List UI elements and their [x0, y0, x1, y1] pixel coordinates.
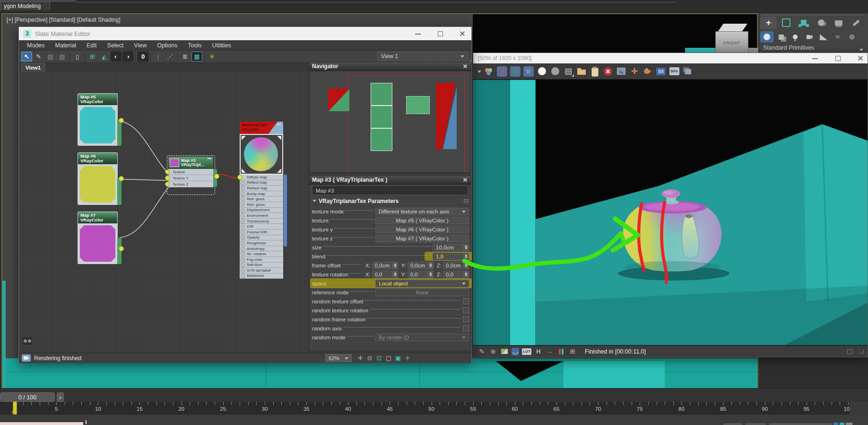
blue-channel-button[interactable]: B — [523, 66, 534, 77]
slate-titlebar[interactable]: 3 Slate Material Editor — [19, 27, 471, 40]
pan-to-selected-button[interactable]: ✛ — [403, 354, 412, 362]
select-tool-button[interactable]: ↖ — [21, 52, 32, 62]
material-slot[interactable]: Translucency — [240, 219, 283, 224]
menu-tools[interactable]: Tools — [182, 42, 207, 49]
output-socket[interactable] — [119, 176, 124, 181]
copy-to-clipboard-button[interactable] — [589, 66, 600, 77]
material-slot[interactable]: Self-illum — [240, 263, 283, 268]
input-socket[interactable] — [241, 230, 245, 234]
pick-material-button[interactable]: ✎ — [33, 52, 44, 62]
navigator-titlebar[interactable]: Navigator — [309, 62, 471, 71]
close-icon[interactable] — [462, 63, 468, 69]
input-socket[interactable] — [165, 176, 170, 180]
tab-create[interactable]: + — [760, 17, 777, 29]
region-render-button[interactable] — [655, 66, 667, 77]
auto-layout-button[interactable]: ⊞ — [87, 52, 98, 62]
preview-quality-button[interactable]: ◑ — [122, 52, 133, 62]
input-socket[interactable] — [241, 224, 245, 229]
input-socket[interactable] — [241, 181, 245, 185]
zoom-extents-button[interactable]: ▢ — [384, 354, 393, 362]
show-input-slots-button[interactable]: ⋮ — [153, 52, 164, 62]
lut-icon[interactable]: LUT — [522, 348, 531, 355]
checkbox[interactable] — [463, 325, 469, 331]
preview-window-button[interactable]: ◐ — [111, 52, 122, 62]
checkbox[interactable] — [463, 316, 469, 322]
mono-channel-button[interactable] — [549, 66, 561, 77]
size-spinner[interactable] — [464, 244, 469, 251]
rollout-header[interactable]: VRayTriplanarTex Parameters — [311, 197, 469, 205]
material-slot[interactable]: Roughness — [240, 240, 283, 246]
tab-motion[interactable] — [813, 17, 829, 29]
next-frame-button[interactable]: > — [57, 392, 64, 402]
material-slot[interactable]: Fresnel IOR — [240, 230, 283, 235]
menu-material[interactable]: Material — [50, 42, 81, 49]
save-image-button[interactable]: ▤ — [563, 66, 574, 77]
input-socket[interactable] — [241, 241, 245, 245]
zoom-region-button[interactable]: ⊡ — [374, 354, 384, 362]
texture-y-button[interactable]: Map #6 ( VRayColor ) — [375, 226, 469, 233]
input-socket[interactable] — [241, 274, 245, 278]
material-slot[interactable]: An. rotation — [240, 251, 283, 257]
input-socket[interactable] — [241, 192, 245, 196]
input-socket[interactable] — [241, 263, 245, 267]
vfb-minimize-button[interactable] — [812, 55, 818, 62]
viewcube[interactable]: FRONT — [715, 31, 748, 54]
create-spacewarps-button[interactable]: ≈ — [831, 31, 844, 43]
material-slot[interactable]: Opacity — [240, 235, 283, 241]
material-slot[interactable]: Refl. gloss. — [240, 196, 283, 202]
slate-maximize-button[interactable] — [437, 30, 443, 37]
primitives-category-label[interactable]: Standard Primitives — [763, 44, 814, 51]
select-by-material-button[interactable]: ✳ — [207, 52, 217, 62]
current-frame-field[interactable]: 0 / 100 — [0, 392, 55, 402]
input-socket[interactable] — [165, 182, 170, 186]
duplicate-buffer-button[interactable] — [616, 66, 627, 77]
texture-rotation-z[interactable]: 0,0 — [443, 271, 464, 278]
input-socket[interactable] — [241, 236, 245, 240]
ribbon-tab-polygon-modeling[interactable]: ygon Modeling — [0, 1, 50, 10]
node-map7[interactable]: Map #7VRayColor — [78, 212, 118, 264]
menu-utilities[interactable]: Utilities — [207, 42, 236, 49]
material-slot[interactable]: Diffuse map — [240, 175, 283, 180]
output-socket[interactable] — [119, 118, 124, 123]
input-socket[interactable] — [241, 268, 245, 273]
texture-rotation-y[interactable]: 0,0 — [408, 271, 428, 278]
thumbnail-icon[interactable] — [500, 347, 509, 356]
material-slot[interactable]: Metalness — [240, 274, 283, 279]
layout-children-button[interactable]: ◭ — [99, 52, 110, 62]
texture-rotation-x[interactable]: 0,0 — [372, 271, 393, 278]
material-slot[interactable]: Refract map — [240, 186, 283, 191]
output-tab[interactable] — [117, 178, 122, 205]
vfb-options-caret[interactable] — [476, 66, 481, 77]
color-curve-icon[interactable]: ◡ — [512, 348, 519, 355]
tab-view1[interactable]: View1 — [21, 63, 45, 72]
output-tab[interactable] — [117, 119, 122, 146]
load-image-button[interactable] — [576, 66, 587, 77]
menu-modes[interactable]: Modes — [22, 42, 50, 49]
slate-close-button[interactable] — [459, 30, 466, 37]
input-socket[interactable] — [237, 175, 243, 180]
red-channel-button[interactable]: R — [496, 66, 508, 77]
triplanar-slot[interactable]: Texture — [168, 169, 213, 175]
collapse-icon[interactable] — [208, 158, 211, 159]
material-slot[interactable]: Displacement — [240, 208, 283, 213]
input-socket[interactable] — [241, 219, 245, 223]
create-systems-button[interactable]: ⊛ — [845, 31, 859, 43]
input-socket[interactable] — [241, 213, 245, 218]
vfb-titlebar[interactable]: [50% of 1920 x 1080] — [473, 53, 868, 63]
size-field[interactable]: 10,0cm — [433, 244, 464, 251]
create-shapes-button[interactable] — [774, 31, 788, 43]
node-map6[interactable]: Map #6VRayColor — [78, 152, 118, 205]
histogram-icon[interactable]: H — [534, 347, 543, 356]
viewport-label[interactable]: [+] [Perspective] [Standard] [Default Sh… — [7, 17, 120, 23]
material-slot[interactable]: Environment — [240, 213, 283, 219]
close-icon[interactable] — [462, 177, 468, 183]
material-slot[interactable]: Refr. gloss. — [240, 202, 283, 208]
expand-icon[interactable] — [857, 347, 866, 356]
material-preview[interactable] — [240, 134, 283, 175]
show-shaded-material-button[interactable]: 0 — [138, 52, 148, 62]
material-slot[interactable]: Reflect map — [240, 180, 283, 186]
map-name-field[interactable]: Map #3 — [313, 186, 467, 194]
reference-node-button[interactable]: None — [375, 289, 469, 296]
assign-to-selection-button[interactable]: ▨ — [57, 52, 68, 62]
material-slot[interactable]: Fog color — [240, 257, 283, 263]
